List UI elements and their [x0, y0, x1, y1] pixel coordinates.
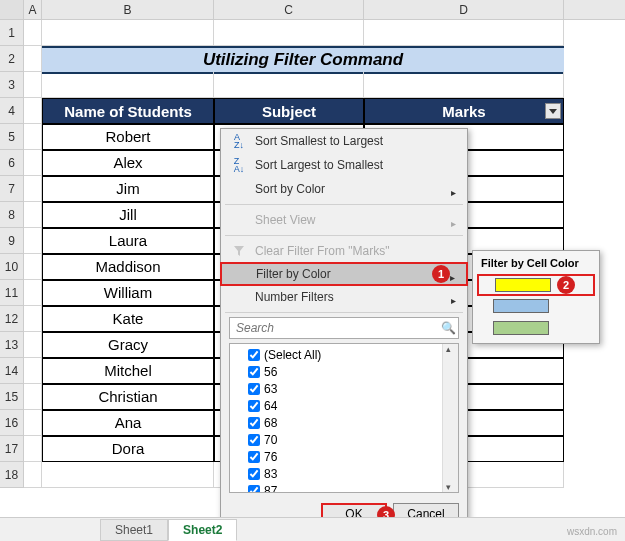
chevron-right-icon	[450, 270, 458, 278]
search-box[interactable]: 🔍	[229, 317, 459, 339]
number-filters-label: Number Filters	[249, 290, 451, 304]
row-header[interactable]: 15	[0, 384, 24, 410]
row-header[interactable]: 2	[0, 46, 24, 72]
sort-asc-icon: AZ↓	[229, 133, 249, 149]
row-header[interactable]: 16	[0, 410, 24, 436]
row-header[interactable]: 6	[0, 150, 24, 176]
scrollbar[interactable]	[442, 344, 458, 492]
checkbox[interactable]	[248, 468, 260, 480]
sort-descending[interactable]: ZA↓ Sort Largest to Smallest	[221, 153, 467, 177]
filter-dropdown-menu: AZ↓ Sort Smallest to Largest ZA↓ Sort La…	[220, 128, 468, 534]
checkbox[interactable]	[248, 400, 260, 412]
check-item[interactable]: (Select All)	[230, 346, 458, 363]
sort-ascending[interactable]: AZ↓ Sort Smallest to Largest	[221, 129, 467, 153]
col-header-c[interactable]: C	[214, 0, 364, 19]
color-option-yellow[interactable]: 2	[477, 274, 595, 296]
filter-value-list: (Select All) 56 63 64 68 70 76 83 87	[229, 343, 459, 493]
check-item[interactable]: 87	[230, 482, 458, 493]
sort-color-label: Sort by Color	[249, 182, 451, 196]
check-label: 76	[264, 450, 277, 464]
select-all-corner[interactable]	[0, 0, 24, 19]
check-item[interactable]: 70	[230, 431, 458, 448]
chevron-right-icon	[451, 185, 459, 193]
student-cell[interactable]: Dora	[42, 436, 214, 462]
row-header[interactable]: 14	[0, 358, 24, 384]
sheet-view: Sheet View	[221, 208, 467, 232]
row-header[interactable]: 10	[0, 254, 24, 280]
search-icon: 🔍	[438, 321, 458, 335]
checkbox[interactable]	[248, 434, 260, 446]
check-label: (Select All)	[264, 348, 321, 362]
sheet-view-label: Sheet View	[249, 213, 451, 227]
chevron-right-icon	[451, 293, 459, 301]
row-header[interactable]: 5	[0, 124, 24, 150]
checkbox[interactable]	[248, 417, 260, 429]
header-marks-label: Marks	[442, 103, 485, 120]
student-cell[interactable]: Christian	[42, 384, 214, 410]
sort-asc-label: Sort Smallest to Largest	[249, 134, 459, 148]
header-marks[interactable]: Marks	[364, 98, 564, 124]
row-header[interactable]: 7	[0, 176, 24, 202]
filter-by-color-submenu: Filter by Cell Color 2	[472, 250, 600, 344]
row-header[interactable]: 3	[0, 72, 24, 98]
checkbox[interactable]	[248, 383, 260, 395]
student-cell[interactable]: Laura	[42, 228, 214, 254]
filter-dropdown-icon[interactable]	[545, 103, 561, 119]
clear-filter: Clear Filter From "Marks"	[221, 239, 467, 263]
col-header-d[interactable]: D	[364, 0, 564, 19]
tab-sheet1[interactable]: Sheet1	[100, 519, 168, 541]
row-header[interactable]: 1	[0, 20, 24, 46]
row-header[interactable]: 13	[0, 332, 24, 358]
clear-filter-label: Clear Filter From "Marks"	[249, 244, 459, 258]
search-input[interactable]	[230, 321, 438, 335]
checkbox[interactable]	[248, 485, 260, 494]
check-item[interactable]: 56	[230, 363, 458, 380]
tab-sheet2[interactable]: Sheet2	[168, 519, 237, 541]
row-header[interactable]: 11	[0, 280, 24, 306]
sort-by-color[interactable]: Sort by Color	[221, 177, 467, 201]
filter-by-color[interactable]: Filter by Color 1	[220, 262, 468, 286]
student-cell[interactable]: Kate	[42, 306, 214, 332]
check-item[interactable]: 63	[230, 380, 458, 397]
sort-desc-label: Sort Largest to Smallest	[249, 158, 459, 172]
color-option-blue[interactable]	[477, 295, 595, 317]
student-cell[interactable]: Ana	[42, 410, 214, 436]
clear-filter-icon	[229, 246, 249, 256]
check-label: 56	[264, 365, 277, 379]
callout-badge-2: 2	[557, 276, 575, 294]
row-header[interactable]: 8	[0, 202, 24, 228]
submenu-title: Filter by Cell Color	[477, 255, 595, 275]
col-header-a[interactable]: A	[24, 0, 42, 19]
sort-desc-icon: ZA↓	[229, 157, 249, 173]
student-cell[interactable]: Jim	[42, 176, 214, 202]
student-cell[interactable]: Alex	[42, 150, 214, 176]
row-header[interactable]: 17	[0, 436, 24, 462]
row-header[interactable]: 12	[0, 306, 24, 332]
student-cell[interactable]: William	[42, 280, 214, 306]
checkbox[interactable]	[248, 451, 260, 463]
color-option-green[interactable]	[477, 317, 595, 339]
row-header[interactable]: 18	[0, 462, 24, 488]
sheet-tabs: Sheet1 Sheet2	[0, 517, 625, 541]
color-swatch	[493, 321, 549, 335]
student-cell[interactable]: Jill	[42, 202, 214, 228]
row-header[interactable]: 9	[0, 228, 24, 254]
number-filters[interactable]: Number Filters	[221, 285, 467, 309]
student-cell[interactable]: Maddison	[42, 254, 214, 280]
watermark: wsxdn.com	[567, 526, 617, 537]
row-header[interactable]: 4	[0, 98, 24, 124]
check-item[interactable]: 68	[230, 414, 458, 431]
student-cell[interactable]: Gracy	[42, 332, 214, 358]
checkbox[interactable]	[248, 366, 260, 378]
check-label: 83	[264, 467, 277, 481]
student-cell[interactable]: Robert	[42, 124, 214, 150]
col-header-b[interactable]: B	[42, 0, 214, 19]
checkbox[interactable]	[248, 349, 260, 361]
check-item[interactable]: 64	[230, 397, 458, 414]
check-item[interactable]: 83	[230, 465, 458, 482]
header-subject[interactable]: Subject	[214, 98, 364, 124]
student-cell[interactable]: Mitchel	[42, 358, 214, 384]
check-label: 68	[264, 416, 277, 430]
header-students[interactable]: Name of Students	[42, 98, 214, 124]
check-item[interactable]: 76	[230, 448, 458, 465]
